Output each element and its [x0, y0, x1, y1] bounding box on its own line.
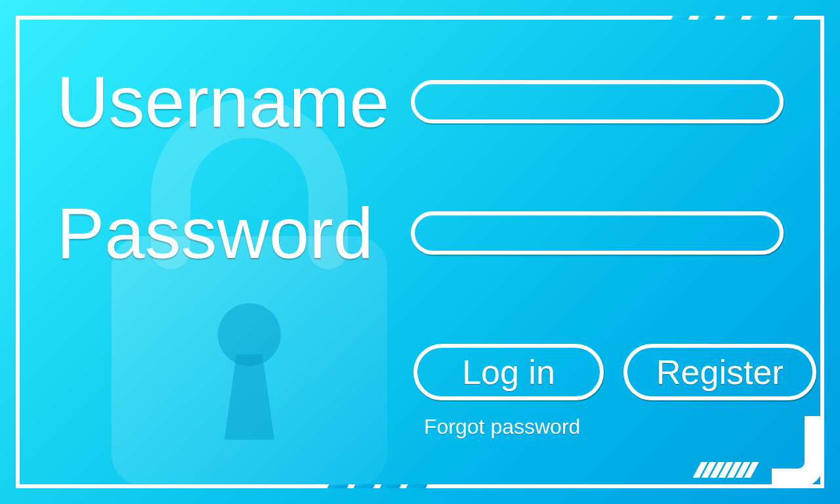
password-label: Password: [56, 197, 411, 269]
frame-notch: [327, 484, 349, 488]
login-button[interactable]: Log in: [413, 344, 604, 400]
frame-notch: [776, 16, 795, 20]
frame-notch: [406, 484, 428, 488]
register-button[interactable]: Register: [623, 344, 816, 400]
frame-notch: [698, 16, 717, 20]
username-label: Username: [56, 66, 411, 138]
frame-corner-hook: [772, 416, 824, 488]
username-row: Username: [56, 66, 784, 138]
frame-decor-slashes: [697, 462, 755, 478]
forgot-password-link[interactable]: Forgot password: [424, 415, 580, 439]
outer-frame: Username Password Log in Register Forgot…: [16, 16, 824, 488]
actions-row: Log in Register: [413, 344, 784, 400]
svg-point-1: [218, 303, 281, 366]
svg-rect-0: [112, 236, 387, 486]
frame-notch: [750, 16, 769, 20]
username-input[interactable]: [411, 80, 784, 123]
password-row: Password: [56, 197, 784, 269]
frame-notch: [671, 16, 690, 20]
frame-notch: [354, 484, 375, 488]
frame-notch: [724, 16, 743, 20]
frame-notch: [380, 484, 402, 488]
password-input[interactable]: [411, 211, 784, 255]
